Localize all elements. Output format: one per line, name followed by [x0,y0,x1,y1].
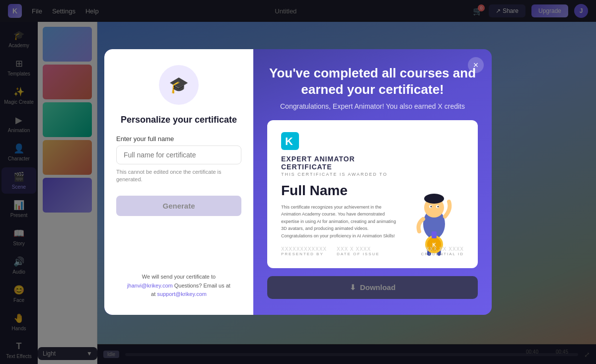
svg-point-7 [431,206,432,207]
svg-rect-12 [432,231,437,238]
modal-close-button[interactable]: × [468,57,484,73]
modal-title: You've completed all courses and earned … [267,65,478,97]
modal-left-panel: 🎓 Personalize your certificate Enter you… [104,49,253,315]
certificate-icon: 🎓 [169,75,189,94]
cert-body-text: This certificate recognizes your achieve… [281,204,396,239]
user-email-link[interactable]: jhanvi@krikey.com [127,283,173,289]
modal-subtitle: Congratulations, Expert Animator! You al… [280,102,465,110]
support-email-link[interactable]: support@krikey.com [157,291,207,297]
svg-point-4 [424,194,444,204]
cert-presented-by: XXXXXXXXXXXX PRESENTED BY [281,246,327,256]
full-name-input[interactable] [116,146,241,164]
modal-backdrop: 🎓 Personalize your certificate Enter you… [0,0,596,364]
cert-footer: XXXXXXXXXXXX PRESENTED BY XXX X XXXX DAT… [281,246,396,256]
certificate-preview: K EXPERT ANIMATOR CERTIFICATE THIS CERTI… [267,120,478,268]
cert-credential: XXX XX XXXX CREDENTIAL ID [421,246,464,256]
svg-point-8 [438,206,439,207]
cert-mascot: K [404,132,464,256]
personalize-heading: Personalize your certificate [121,115,237,125]
email-info: We will send your certificate to jhanvi@… [127,263,230,299]
cert-awarded-to: THIS CERTIFICATE IS AWARDED TO [281,172,396,177]
form-label: Enter your full name [116,135,174,143]
download-button[interactable]: ⬇ Download [267,276,478,299]
k-logo-svg: K [281,132,299,150]
cert-title-text: EXPERT ANIMATOR CERTIFICATE [281,155,396,171]
cert-logo: K [281,132,396,150]
svg-text:K: K [285,135,293,147]
cert-name: Full Name [281,183,396,199]
certificate-modal: 🎓 Personalize your certificate Enter you… [104,49,492,315]
generate-button[interactable]: Generate [116,196,241,216]
download-icon: ⬇ [350,283,356,292]
cert-date-of-issue: XXX X XXXX DATE OF ISSUE [337,246,379,256]
input-hint: This cannot be edited once the certifica… [116,168,241,184]
modal-right-panel: × You've completed all courses and earne… [253,49,492,315]
cert-icon-circle: 🎓 [159,65,199,105]
cert-content: K EXPERT ANIMATOR CERTIFICATE THIS CERTI… [281,132,396,256]
